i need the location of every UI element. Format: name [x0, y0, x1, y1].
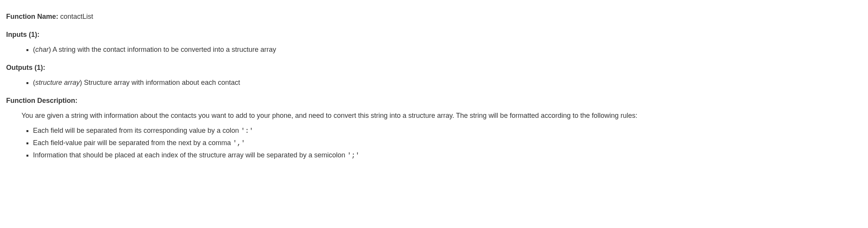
function-name-label: Function Name: [6, 13, 58, 20]
list-item: Each field will be separated from its co… [33, 126, 862, 136]
rules-list: Each field will be separated from its co… [6, 126, 862, 161]
output-description: Structure array with information about e… [82, 79, 240, 86]
function-name-value: contactList [60, 13, 93, 20]
inputs-list: (char) A string with the contact informa… [6, 45, 862, 55]
rule-text: Each field-value pair will be separated … [33, 139, 233, 147]
input-type: char [35, 46, 49, 53]
list-item: (structure array) Structure array with i… [33, 78, 862, 88]
function-name-line: Function Name: contactList [6, 12, 862, 22]
description-header: Function Description: [6, 96, 862, 106]
inputs-header: Inputs (1): [6, 30, 862, 40]
output-type: structure array [35, 79, 80, 86]
outputs-list: (structure array) Structure array with i… [6, 78, 862, 88]
outputs-header: Outputs (1): [6, 63, 862, 73]
list-item: Information that should be placed at eac… [33, 150, 862, 161]
list-item: Each field-value pair will be separated … [33, 138, 862, 149]
input-description: A string with the contact information to… [51, 46, 276, 53]
rule-code: ',' [233, 139, 245, 147]
rule-code: ';' [347, 152, 359, 159]
rule-text: Each field will be separated from its co… [33, 127, 241, 134]
rule-code: ':' [241, 127, 253, 135]
description-paragraph: You are given a string with information … [6, 111, 862, 121]
list-item: (char) A string with the contact informa… [33, 45, 862, 55]
rule-text: Information that should be placed at eac… [33, 151, 347, 159]
